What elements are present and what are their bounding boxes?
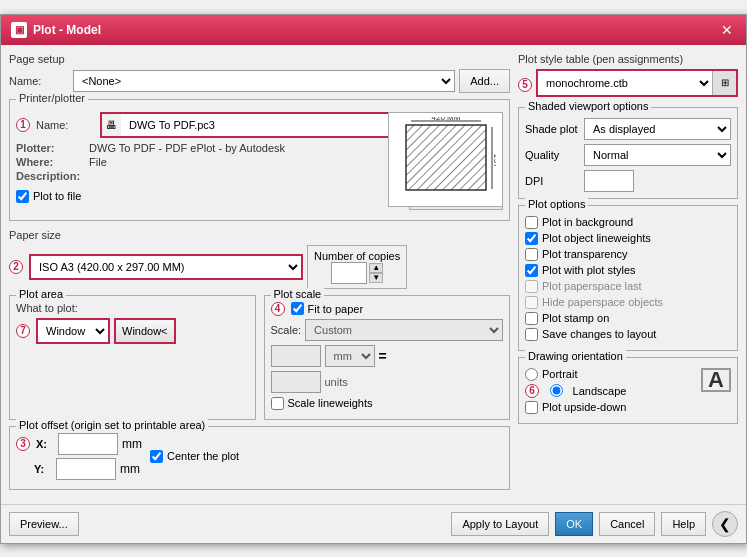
- window-select-wrap: Window: [36, 318, 110, 344]
- print-preview-box: 420 MM 297: [388, 112, 503, 207]
- plot-lineweights-row: Plot object lineweights: [525, 232, 731, 245]
- plot-to-file-checkbox-row: Plot to file: [16, 190, 81, 203]
- plot-style-select[interactable]: monochrome.ctb: [538, 71, 712, 95]
- paper-size-select[interactable]: ISO A3 (420.00 x 297.00 MM): [31, 256, 301, 278]
- window-select[interactable]: Window: [38, 320, 108, 342]
- shaded-viewport-section: Shaded viewport options Shade plot As di…: [518, 107, 738, 199]
- badge-7: 7: [16, 324, 30, 338]
- plot-scale-box: Plot scale 4 Fit to paper Scale: Custom …: [264, 295, 511, 420]
- unit-select[interactable]: mm: [325, 345, 375, 367]
- svg-text:297: 297: [492, 154, 496, 168]
- offset-x-row: 3 X: 0.00 mm: [16, 433, 142, 455]
- upside-down-checkbox[interactable]: [525, 401, 538, 414]
- plot-background-checkbox[interactable]: [525, 216, 538, 229]
- y-input[interactable]: 9.81: [56, 458, 116, 480]
- upside-down-label: Plot upside-down: [542, 401, 626, 413]
- help-button[interactable]: Help: [661, 512, 706, 536]
- dialog-body: Page setup Name: <None> Add... Printer/p…: [1, 45, 746, 504]
- shaded-viewport-label: Shaded viewport options: [525, 100, 651, 112]
- quality-select[interactable]: Normal: [584, 144, 731, 166]
- hide-paperspace-checkbox[interactable]: [525, 296, 538, 309]
- fit-to-paper-checkbox[interactable]: [291, 302, 304, 315]
- copies-down-button[interactable]: ▼: [369, 273, 383, 283]
- paper-size-label: Paper size: [9, 229, 510, 241]
- title-bar: ▣ Plot - Model ✕: [1, 15, 746, 45]
- cancel-button[interactable]: Cancel: [599, 512, 655, 536]
- page-setup-select[interactable]: <None>: [73, 70, 455, 92]
- badge-1: 1: [16, 118, 30, 132]
- save-changes-checkbox[interactable]: [525, 328, 538, 341]
- dpi-row: DPI 100: [525, 170, 731, 192]
- scale-lineweights-checkbox[interactable]: [271, 397, 284, 410]
- plot-style-row: 5 monochrome.ctb ⊞: [518, 69, 738, 101]
- printer-select[interactable]: DWG To PDF.pc3: [121, 114, 416, 136]
- plot-to-file-checkbox[interactable]: [16, 190, 29, 203]
- svg-text:420 MM: 420 MM: [431, 117, 460, 122]
- landscape-radio[interactable]: [550, 384, 563, 397]
- plot-stamp-row: Plot stamp on: [525, 312, 731, 325]
- badge-5: 5: [518, 78, 532, 92]
- page-setup-label: Page setup: [9, 53, 510, 65]
- copies-input[interactable]: 1: [331, 262, 367, 284]
- paper-size-row: 2 ISO A3 (420.00 x 297.00 MM) Number of …: [9, 245, 510, 289]
- paper-size-section: Paper size 2 ISO A3 (420.00 x 297.00 MM)…: [9, 229, 510, 289]
- plot-transparency-checkbox[interactable]: [525, 248, 538, 261]
- portrait-radio[interactable]: [525, 368, 538, 381]
- window-button[interactable]: Window<: [116, 320, 174, 342]
- badge-3: 3: [16, 437, 30, 451]
- plot-area-scale-row: Plot area What to plot: 7 Window Window<: [9, 295, 510, 420]
- x-mm-label: mm: [122, 437, 142, 451]
- plot-with-styles-checkbox[interactable]: [525, 264, 538, 277]
- x-label: X:: [36, 438, 54, 450]
- plot-stamp-checkbox[interactable]: [525, 312, 538, 325]
- right-panel: Plot style table (pen assignments) 5 mon…: [518, 53, 738, 496]
- dpi-label: DPI: [525, 175, 580, 187]
- x-input[interactable]: 0.00: [58, 433, 118, 455]
- where-label: Where:: [16, 156, 86, 168]
- scale-val1-input[interactable]: 1: [271, 345, 321, 367]
- window-btn-wrap: Window<: [114, 318, 176, 344]
- scale-units-row: 3.238 units: [271, 371, 504, 393]
- plot-stamp-label: Plot stamp on: [542, 312, 609, 324]
- preview-button[interactable]: Preview...: [9, 512, 79, 536]
- shade-plot-label: Shade plot: [525, 123, 580, 135]
- upside-down-row: Plot upside-down: [525, 401, 626, 414]
- page-setup-row: Name: <None> Add...: [9, 69, 510, 93]
- dpi-input[interactable]: 100: [584, 170, 634, 192]
- plot-background-label: Plot in background: [542, 216, 633, 228]
- plot-paperspace-checkbox[interactable]: [525, 280, 538, 293]
- copies-spin-btns: ▲ ▼: [369, 263, 383, 283]
- fit-to-paper-label: Fit to paper: [308, 303, 364, 315]
- plot-paperspace-label: Plot paperspace last: [542, 280, 642, 292]
- center-plot-checkbox[interactable]: [150, 450, 163, 463]
- scale-val2-input[interactable]: 3.238: [271, 371, 321, 393]
- plot-with-styles-label: Plot with plot styles: [542, 264, 636, 276]
- hide-paperspace-row: Hide paperspace objects: [525, 296, 731, 309]
- landscape-label: Landscape: [573, 385, 627, 397]
- copies-box: Number of copies 1 ▲ ▼: [307, 245, 407, 289]
- back-nav-button[interactable]: ❮: [712, 511, 738, 537]
- plot-lineweights-checkbox[interactable]: [525, 232, 538, 245]
- apply-to-layout-button[interactable]: Apply to Layout: [451, 512, 549, 536]
- offset-y-row: Y: 9.81 mm: [16, 458, 142, 480]
- add-button[interactable]: Add...: [459, 69, 510, 93]
- scale-select[interactable]: Custom: [305, 319, 503, 341]
- description-label: Description:: [16, 170, 86, 182]
- hide-paperspace-label: Hide paperspace objects: [542, 296, 663, 308]
- plot-style-wrap: monochrome.ctb ⊞: [536, 69, 738, 97]
- ok-button[interactable]: OK: [555, 512, 593, 536]
- svg-rect-1: [406, 125, 486, 190]
- copies-up-button[interactable]: ▲: [369, 263, 383, 273]
- where-value: File: [89, 156, 107, 168]
- plot-style-edit-button[interactable]: ⊞: [712, 71, 736, 95]
- close-button[interactable]: ✕: [718, 21, 736, 39]
- drawing-orientation-section: Drawing orientation Portrait 6 Landscape: [518, 357, 738, 424]
- plot-scale-title: Plot scale: [271, 288, 325, 300]
- quality-label: Quality: [525, 149, 580, 161]
- printer-name-label: Name:: [36, 119, 96, 131]
- plotter-value: DWG To PDF - PDF ePlot - by Autodesk: [89, 142, 285, 154]
- shade-plot-select[interactable]: As displayed: [584, 118, 731, 140]
- orientation-options: Portrait 6 Landscape Plot upside-down: [525, 368, 626, 417]
- copies-label: Number of copies: [314, 250, 400, 262]
- printer-icon: 🖶: [102, 119, 121, 131]
